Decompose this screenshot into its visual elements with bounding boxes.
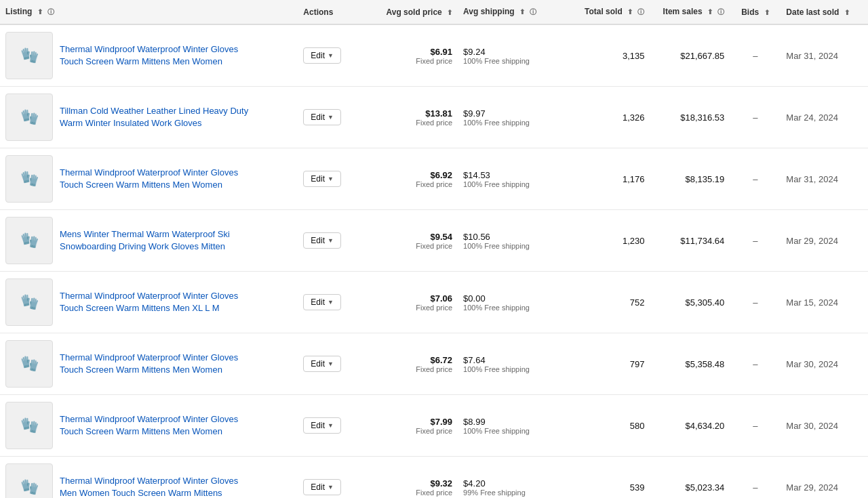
product-image-3: 🧤 (5, 155, 53, 203)
total-sold-cell-8: 539 (574, 457, 650, 499)
product-title-1[interactable]: Thermal Windproof Waterproof Winter Glov… (60, 43, 256, 68)
item-sales-cell-5: $5,305.40 (650, 272, 730, 333)
edit-label-6: Edit (311, 359, 325, 369)
product-title-6[interactable]: Thermal Windproof Waterproof Winter Glov… (60, 352, 256, 376)
avg-price-value-7: $7.99 (376, 417, 453, 427)
table-row: 🧤 Thermal Windproof Waterproof Winter Gl… (0, 395, 868, 457)
col-header-avg-price[interactable]: Avg sold price ⬆ (371, 0, 458, 24)
table-body: 🧤 Thermal Windproof Waterproof Winter Gl… (0, 24, 868, 498)
product-title-7[interactable]: Thermal Windproof Waterproof Winter Glov… (60, 413, 256, 438)
edit-chevron-icon-4: ▼ (328, 237, 334, 244)
listing-cell-2: 🧤 Tillman Cold Weather Leather Lined Hea… (0, 87, 298, 148)
edit-button-7[interactable]: Edit ▼ (303, 417, 341, 434)
avg-shipping-cell-8: $4.20 99% Free shipping (458, 457, 574, 499)
total-sold-cell-5: 752 (574, 272, 650, 333)
item-sales-cell-6: $5,358.48 (650, 333, 730, 395)
actions-cell-3: Edit ▼ (298, 148, 370, 210)
avg-price-cell-3: $6.92 Fixed price (371, 148, 458, 210)
edit-label-1: Edit (311, 51, 325, 60)
edit-chevron-icon-8: ▼ (328, 484, 334, 491)
edit-chevron-icon-2: ▼ (328, 114, 334, 121)
listings-table: Listing ⬆ ⓘ Actions Avg sold price ⬆ Avg… (0, 0, 868, 498)
listings-table-container: Listing ⬆ ⓘ Actions Avg sold price ⬆ Avg… (0, 0, 868, 498)
product-title-3[interactable]: Thermal Windproof Waterproof Winter Glov… (60, 167, 256, 191)
col-label-total-sold: Total sold (585, 7, 623, 16)
actions-cell-8: Edit ▼ (298, 457, 370, 499)
edit-button-8[interactable]: Edit ▼ (303, 479, 341, 495)
table-row: 🧤 Thermal Windproof Waterproof Winter Gl… (0, 272, 868, 333)
avg-shipping-cell-1: $9.24 100% Free shipping (458, 24, 574, 87)
col-label-listing: Listing (5, 7, 32, 16)
col-header-item-sales[interactable]: Item sales ⬆ ⓘ (650, 0, 730, 24)
avg-price-type-7: Fixed price (376, 427, 453, 435)
col-label-date-last-sold: Date last sold (786, 7, 839, 17)
info-icon-item-sales[interactable]: ⓘ (717, 7, 724, 17)
avg-shipping-pct-6: 100% Free shipping (463, 365, 568, 373)
col-label-actions: Actions (303, 7, 333, 17)
sort-icon-item-sales: ⬆ (707, 8, 713, 16)
avg-shipping-value-5: $0.00 (463, 293, 568, 304)
product-image-1: 🧤 (5, 32, 53, 79)
actions-cell-5: Edit ▼ (298, 272, 370, 333)
product-title-8[interactable]: Thermal Windproof Waterproof Winter Glov… (60, 475, 256, 498)
total-sold-cell-4: 1,230 (574, 210, 650, 272)
edit-chevron-icon-1: ▼ (328, 52, 334, 59)
col-label-avg-shipping: Avg shipping (463, 7, 515, 16)
bids-cell-2: – (730, 87, 781, 148)
product-image-5: 🧤 (5, 278, 53, 326)
date-cell-5: Mar 15, 2024 (781, 272, 868, 333)
listing-cell-7: 🧤 Thermal Windproof Waterproof Winter Gl… (0, 395, 298, 456)
edit-button-1[interactable]: Edit ▼ (303, 47, 341, 64)
sort-icon-avg-shipping: ⬆ (519, 8, 525, 16)
edit-button-2[interactable]: Edit ▼ (303, 109, 341, 125)
actions-cell-2: Edit ▼ (298, 87, 370, 148)
total-sold-cell-6: 797 (574, 333, 650, 395)
date-cell-2: Mar 24, 2024 (781, 87, 868, 148)
item-sales-cell-1: $21,667.85 (650, 24, 730, 87)
col-header-listing[interactable]: Listing ⬆ ⓘ (0, 0, 298, 24)
avg-price-cell-6: $6.72 Fixed price (371, 333, 458, 395)
col-header-total-sold[interactable]: Total sold ⬆ ⓘ (574, 0, 650, 24)
avg-price-type-2: Fixed price (376, 119, 453, 127)
col-header-avg-shipping[interactable]: Avg shipping ⬆ ⓘ (458, 0, 574, 24)
edit-button-3[interactable]: Edit ▼ (303, 171, 341, 187)
edit-label-2: Edit (311, 112, 325, 122)
item-sales-cell-7: $4,634.20 (650, 395, 730, 457)
product-title-4[interactable]: Mens Winter Thermal Warm Waterproof Ski … (60, 228, 256, 253)
avg-shipping-value-7: $8.99 (463, 417, 568, 427)
col-header-bids[interactable]: Bids ⬆ (730, 0, 781, 24)
avg-price-type-1: Fixed price (376, 57, 453, 65)
item-sales-cell-8: $5,023.34 (650, 457, 730, 499)
bids-cell-3: – (730, 148, 781, 210)
product-image-8: 🧤 (5, 463, 53, 498)
bids-cell-8: – (730, 457, 781, 499)
total-sold-cell-1: 3,135 (574, 24, 650, 87)
date-cell-6: Mar 30, 2024 (781, 333, 868, 395)
avg-price-type-8: Fixed price (376, 489, 453, 497)
info-icon-avg-shipping[interactable]: ⓘ (530, 7, 536, 17)
edit-button-6[interactable]: Edit ▼ (303, 356, 341, 372)
avg-shipping-value-2: $9.97 (463, 108, 568, 119)
product-title-2[interactable]: Tillman Cold Weather Leather Lined Heavy… (60, 105, 256, 129)
avg-shipping-value-4: $10.56 (463, 232, 568, 242)
avg-price-type-3: Fixed price (376, 180, 453, 188)
product-title-5[interactable]: Thermal Windproof Waterproof Winter Glov… (60, 290, 256, 314)
edit-chevron-icon-6: ▼ (328, 360, 334, 367)
col-header-actions: Actions (298, 0, 370, 24)
edit-label-5: Edit (311, 297, 325, 307)
product-image-4: 🧤 (5, 217, 53, 264)
col-header-date-last-sold[interactable]: Date last sold ⬆ (781, 0, 868, 24)
bids-cell-4: – (730, 210, 781, 272)
edit-button-5[interactable]: Edit ▼ (303, 294, 341, 310)
avg-price-value-3: $6.92 (376, 170, 453, 180)
total-sold-cell-3: 1,176 (574, 148, 650, 210)
edit-button-4[interactable]: Edit ▼ (303, 232, 341, 249)
edit-label-4: Edit (311, 236, 325, 245)
table-row: 🧤 Thermal Windproof Waterproof Winter Gl… (0, 24, 868, 87)
avg-shipping-cell-5: $0.00 100% Free shipping (458, 272, 574, 333)
actions-cell-7: Edit ▼ (298, 395, 370, 457)
info-icon-listing[interactable]: ⓘ (47, 7, 54, 17)
avg-shipping-pct-2: 100% Free shipping (463, 119, 568, 127)
info-icon-total-sold[interactable]: ⓘ (637, 7, 644, 17)
avg-shipping-value-6: $7.64 (463, 355, 568, 365)
